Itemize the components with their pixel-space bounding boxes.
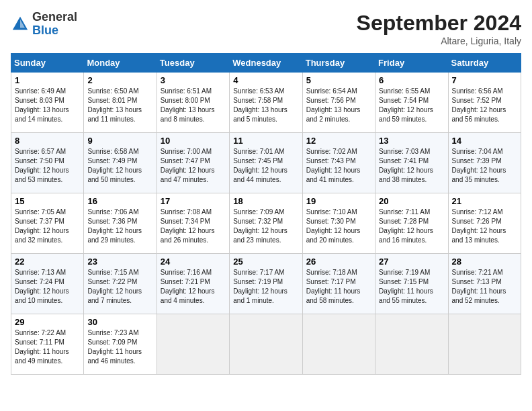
cell-info: Sunrise: 7:06 AMSunset: 7:36 PMDaylight:… [87, 208, 152, 245]
calendar-header: SundayMondayTuesdayWednesdayThursdayFrid… [11, 54, 521, 73]
calendar-cell: 4Sunrise: 6:53 AMSunset: 7:58 PMDaylight… [230, 73, 302, 133]
calendar-cell: 27Sunrise: 7:19 AMSunset: 7:15 PMDayligh… [375, 254, 448, 314]
calendar-cell: 17Sunrise: 7:08 AMSunset: 7:34 PMDayligh… [157, 193, 229, 254]
cell-info: Sunrise: 6:57 AMSunset: 7:50 PMDaylight:… [15, 147, 80, 185]
day-number: 1 [15, 75, 80, 85]
day-number: 10 [161, 136, 226, 146]
cell-info: Sunrise: 7:22 AMSunset: 7:11 PMDaylight:… [15, 328, 80, 366]
calendar-cell: 10Sunrise: 7:00 AMSunset: 7:47 PMDayligh… [157, 133, 229, 193]
calendar-cell [230, 314, 302, 375]
calendar-week-5: 29Sunrise: 7:22 AMSunset: 7:11 PMDayligh… [11, 314, 521, 375]
calendar-cell: 19Sunrise: 7:10 AMSunset: 7:30 PMDayligh… [302, 193, 375, 254]
day-number: 27 [379, 257, 444, 267]
calendar-cell: 12Sunrise: 7:02 AMSunset: 7:43 PMDayligh… [302, 133, 375, 193]
cell-info: Sunrise: 7:03 AMSunset: 7:41 PMDaylight:… [379, 147, 444, 185]
day-number: 21 [452, 196, 517, 206]
calendar-week-4: 22Sunrise: 7:13 AMSunset: 7:24 PMDayligh… [11, 254, 521, 314]
day-number: 29 [15, 317, 80, 327]
calendar-cell: 9Sunrise: 6:58 AMSunset: 7:49 PMDaylight… [84, 133, 157, 193]
day-number: 16 [87, 196, 152, 206]
day-number: 25 [233, 257, 298, 267]
calendar-cell: 1Sunrise: 6:49 AMSunset: 8:03 PMDaylight… [11, 73, 84, 133]
calendar-week-2: 8Sunrise: 6:57 AMSunset: 7:50 PMDaylight… [11, 133, 521, 193]
calendar-cell: 21Sunrise: 7:12 AMSunset: 7:26 PMDayligh… [448, 193, 521, 254]
logo-line2: Blue [32, 24, 77, 38]
cell-info: Sunrise: 6:58 AMSunset: 7:49 PMDaylight:… [87, 147, 152, 185]
month-title: September 2024 [357, 11, 521, 36]
logo: General Blue [11, 11, 77, 38]
cell-info: Sunrise: 7:21 AMSunset: 7:13 PMDaylight:… [452, 268, 517, 306]
header-cell-wednesday: Wednesday [230, 54, 302, 73]
day-number: 24 [161, 257, 226, 267]
cell-info: Sunrise: 7:16 AMSunset: 7:21 PMDaylight:… [161, 268, 226, 306]
day-number: 23 [87, 257, 152, 267]
header-cell-saturday: Saturday [448, 54, 521, 73]
day-number: 6 [379, 75, 444, 85]
calendar-cell: 29Sunrise: 7:22 AMSunset: 7:11 PMDayligh… [11, 314, 84, 375]
calendar-cell [157, 314, 229, 375]
calendar-cell [302, 314, 375, 375]
calendar-cell: 6Sunrise: 6:55 AMSunset: 7:54 PMDaylight… [375, 73, 448, 133]
calendar-cell [375, 314, 448, 375]
cell-info: Sunrise: 7:23 AMSunset: 7:09 PMDaylight:… [87, 328, 152, 366]
calendar-cell: 23Sunrise: 7:15 AMSunset: 7:22 PMDayligh… [84, 254, 157, 314]
cell-info: Sunrise: 7:01 AMSunset: 7:45 PMDaylight:… [233, 147, 298, 185]
cell-info: Sunrise: 7:10 AMSunset: 7:30 PMDaylight:… [306, 208, 371, 245]
cell-info: Sunrise: 7:12 AMSunset: 7:26 PMDaylight:… [452, 208, 517, 245]
logo-text: General Blue [32, 11, 77, 38]
calendar-cell: 7Sunrise: 6:56 AMSunset: 7:52 PMDaylight… [448, 73, 521, 133]
calendar-cell: 13Sunrise: 7:03 AMSunset: 7:41 PMDayligh… [375, 133, 448, 193]
header-cell-sunday: Sunday [11, 54, 84, 73]
day-number: 30 [87, 317, 152, 327]
calendar-cell: 3Sunrise: 6:51 AMSunset: 8:00 PMDaylight… [157, 73, 229, 133]
day-number: 22 [15, 257, 80, 267]
cell-info: Sunrise: 6:50 AMSunset: 8:01 PMDaylight:… [87, 87, 152, 124]
header-cell-tuesday: Tuesday [157, 54, 229, 73]
day-number: 3 [161, 75, 226, 85]
day-number: 28 [452, 257, 517, 267]
cell-info: Sunrise: 7:04 AMSunset: 7:39 PMDaylight:… [452, 147, 517, 185]
cell-info: Sunrise: 7:09 AMSunset: 7:32 PMDaylight:… [233, 208, 298, 245]
cell-info: Sunrise: 6:54 AMSunset: 7:56 PMDaylight:… [306, 87, 371, 124]
cell-info: Sunrise: 7:05 AMSunset: 7:37 PMDaylight:… [15, 208, 80, 245]
cell-info: Sunrise: 6:49 AMSunset: 8:03 PMDaylight:… [15, 87, 80, 124]
day-number: 4 [233, 75, 298, 85]
day-number: 12 [306, 136, 371, 146]
day-number: 2 [87, 75, 152, 85]
page-header: General Blue September 2024 Altare, Ligu… [11, 11, 521, 46]
cell-info: Sunrise: 7:08 AMSunset: 7:34 PMDaylight:… [161, 208, 226, 245]
calendar-cell: 30Sunrise: 7:23 AMSunset: 7:09 PMDayligh… [84, 314, 157, 375]
calendar-cell: 18Sunrise: 7:09 AMSunset: 7:32 PMDayligh… [230, 193, 302, 254]
calendar-cell: 26Sunrise: 7:18 AMSunset: 7:17 PMDayligh… [302, 254, 375, 314]
cell-info: Sunrise: 7:15 AMSunset: 7:22 PMDaylight:… [87, 268, 152, 306]
calendar-week-1: 1Sunrise: 6:49 AMSunset: 8:03 PMDaylight… [11, 73, 521, 133]
calendar-cell: 16Sunrise: 7:06 AMSunset: 7:36 PMDayligh… [84, 193, 157, 254]
location-subtitle: Altare, Liguria, Italy [357, 36, 521, 46]
cell-info: Sunrise: 7:18 AMSunset: 7:17 PMDaylight:… [306, 268, 371, 306]
cell-info: Sunrise: 6:53 AMSunset: 7:58 PMDaylight:… [233, 87, 298, 124]
header-cell-thursday: Thursday [302, 54, 375, 73]
day-number: 13 [379, 136, 444, 146]
day-number: 19 [306, 196, 371, 206]
day-number: 8 [15, 136, 80, 146]
calendar-cell: 5Sunrise: 6:54 AMSunset: 7:56 PMDaylight… [302, 73, 375, 133]
day-number: 7 [452, 75, 517, 85]
cell-info: Sunrise: 7:13 AMSunset: 7:24 PMDaylight:… [15, 268, 80, 306]
calendar-cell: 14Sunrise: 7:04 AMSunset: 7:39 PMDayligh… [448, 133, 521, 193]
cell-info: Sunrise: 7:02 AMSunset: 7:43 PMDaylight:… [306, 147, 371, 185]
calendar-cell: 8Sunrise: 6:57 AMSunset: 7:50 PMDaylight… [11, 133, 84, 193]
day-number: 26 [306, 257, 371, 267]
cell-info: Sunrise: 7:11 AMSunset: 7:28 PMDaylight:… [379, 208, 444, 245]
header-row: SundayMondayTuesdayWednesdayThursdayFrid… [11, 54, 521, 73]
calendar-table: SundayMondayTuesdayWednesdayThursdayFrid… [11, 53, 521, 375]
header-cell-friday: Friday [375, 54, 448, 73]
cell-info: Sunrise: 6:51 AMSunset: 8:00 PMDaylight:… [161, 87, 226, 124]
calendar-cell: 20Sunrise: 7:11 AMSunset: 7:28 PMDayligh… [375, 193, 448, 254]
calendar-cell: 22Sunrise: 7:13 AMSunset: 7:24 PMDayligh… [11, 254, 84, 314]
calendar-cell: 11Sunrise: 7:01 AMSunset: 7:45 PMDayligh… [230, 133, 302, 193]
day-number: 17 [161, 196, 226, 206]
day-number: 20 [379, 196, 444, 206]
cell-info: Sunrise: 6:55 AMSunset: 7:54 PMDaylight:… [379, 87, 444, 124]
cell-info: Sunrise: 7:19 AMSunset: 7:15 PMDaylight:… [379, 268, 444, 306]
calendar-cell: 28Sunrise: 7:21 AMSunset: 7:13 PMDayligh… [448, 254, 521, 314]
